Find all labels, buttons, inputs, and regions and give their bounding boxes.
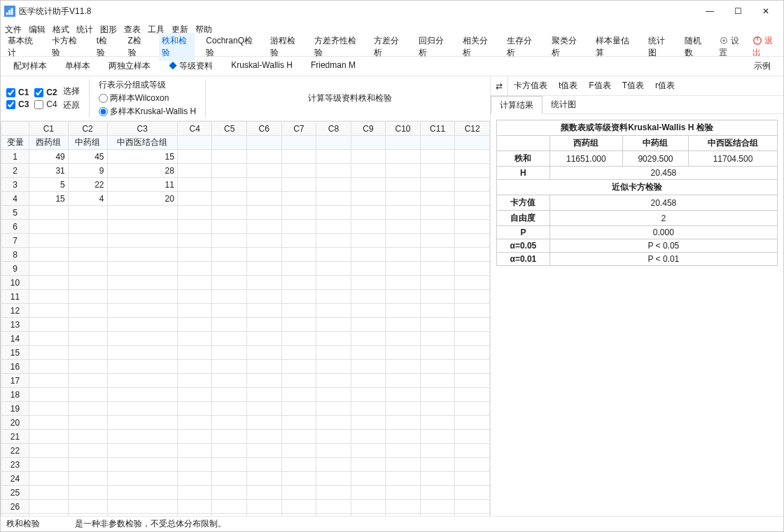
data-cell[interactable] (455, 206, 490, 220)
data-cell[interactable] (68, 486, 107, 500)
data-cell[interactable] (246, 220, 281, 234)
sub-tab[interactable]: 两独立样本 (108, 60, 150, 72)
data-cell[interactable] (386, 332, 421, 346)
data-cell[interactable] (420, 262, 455, 276)
exit-button[interactable]: 退出 (752, 35, 779, 59)
data-cell[interactable] (316, 514, 351, 517)
data-cell[interactable] (420, 444, 455, 458)
data-cell[interactable] (455, 486, 490, 500)
data-cell[interactable] (386, 430, 421, 444)
data-cell[interactable] (29, 318, 69, 332)
data-cell[interactable] (386, 500, 421, 514)
data-cell[interactable] (246, 332, 281, 346)
var-cell[interactable]: 中西医结合组 (107, 136, 177, 150)
data-cell[interactable] (386, 318, 421, 332)
c2-checkbox[interactable] (34, 88, 43, 97)
data-cell[interactable] (316, 332, 351, 346)
data-cell[interactable] (68, 276, 107, 290)
data-cell[interactable] (177, 374, 212, 388)
data-cell[interactable] (386, 472, 421, 486)
data-cell[interactable] (455, 234, 490, 248)
data-cell[interactable] (351, 486, 386, 500)
data-cell[interactable] (420, 206, 455, 220)
data-cell[interactable] (455, 164, 490, 178)
data-cell[interactable] (386, 150, 421, 164)
data-cell[interactable] (386, 402, 421, 416)
example-link[interactable]: 示例 (754, 60, 771, 72)
data-cell[interactable] (107, 416, 177, 430)
data-cell[interactable]: 49 (29, 150, 69, 164)
col-header[interactable]: C1 (29, 122, 69, 136)
data-cell[interactable] (68, 444, 107, 458)
data-cell[interactable] (29, 374, 69, 388)
data-cell[interactable] (455, 402, 490, 416)
data-cell[interactable] (316, 192, 351, 206)
data-cell[interactable] (212, 416, 247, 430)
data-cell[interactable] (281, 206, 316, 220)
data-cell[interactable] (386, 458, 421, 472)
data-cell[interactable]: 31 (29, 164, 69, 178)
data-cell[interactable] (316, 486, 351, 500)
data-cell[interactable] (316, 472, 351, 486)
data-cell[interactable] (212, 220, 247, 234)
lookup-table-link[interactable]: F值表 (589, 80, 610, 92)
data-cell[interactable] (316, 416, 351, 430)
data-cell[interactable] (351, 248, 386, 262)
settings-button[interactable]: 设置 (719, 35, 746, 59)
data-cell[interactable] (177, 206, 212, 220)
data-cell[interactable] (246, 276, 281, 290)
data-cell[interactable] (386, 220, 421, 234)
data-cell[interactable] (177, 332, 212, 346)
data-cell[interactable] (68, 346, 107, 360)
data-cell[interactable] (386, 304, 421, 318)
data-cell[interactable] (177, 178, 212, 192)
data-cell[interactable] (281, 514, 316, 517)
data-cell[interactable] (281, 360, 316, 374)
data-cell[interactable] (68, 374, 107, 388)
data-cell[interactable] (386, 178, 421, 192)
data-cell[interactable] (68, 458, 107, 472)
data-cell[interactable] (386, 486, 421, 500)
data-cell[interactable] (316, 458, 351, 472)
data-cell[interactable] (386, 444, 421, 458)
data-cell[interactable] (420, 178, 455, 192)
data-cell[interactable] (386, 164, 421, 178)
data-cell[interactable] (246, 514, 281, 517)
sub-tab[interactable]: 配对样本 (13, 60, 47, 72)
data-cell[interactable] (455, 500, 490, 514)
var-cell[interactable] (455, 136, 490, 150)
data-cell[interactable] (29, 304, 69, 318)
data-cell[interactable] (386, 276, 421, 290)
data-cell[interactable] (316, 388, 351, 402)
data-cell[interactable] (29, 458, 69, 472)
data-cell[interactable] (281, 402, 316, 416)
data-cell[interactable] (455, 430, 490, 444)
data-cell[interactable] (177, 150, 212, 164)
col-header[interactable]: C11 (420, 122, 455, 136)
data-cell[interactable] (107, 444, 177, 458)
data-cell[interactable] (246, 430, 281, 444)
data-cell[interactable] (68, 360, 107, 374)
data-cell[interactable] (316, 346, 351, 360)
sub-tab[interactable]: Kruskal-Wallis H (231, 60, 293, 72)
data-cell[interactable] (281, 234, 316, 248)
data-cell[interactable] (246, 164, 281, 178)
data-cell[interactable] (281, 500, 316, 514)
data-cell[interactable] (246, 360, 281, 374)
data-cell[interactable] (68, 472, 107, 486)
c3-checkbox[interactable] (6, 100, 15, 109)
data-cell[interactable] (246, 178, 281, 192)
data-cell[interactable] (455, 360, 490, 374)
data-cell[interactable] (107, 220, 177, 234)
data-cell[interactable] (281, 458, 316, 472)
data-cell[interactable] (107, 458, 177, 472)
data-cell[interactable] (455, 374, 490, 388)
col-header[interactable]: C9 (351, 122, 386, 136)
data-cell[interactable] (420, 514, 455, 517)
data-cell[interactable] (386, 346, 421, 360)
data-cell[interactable] (177, 290, 212, 304)
data-cell[interactable] (212, 444, 247, 458)
data-cell[interactable] (212, 192, 247, 206)
data-cell[interactable] (316, 262, 351, 276)
data-cell[interactable] (29, 416, 69, 430)
